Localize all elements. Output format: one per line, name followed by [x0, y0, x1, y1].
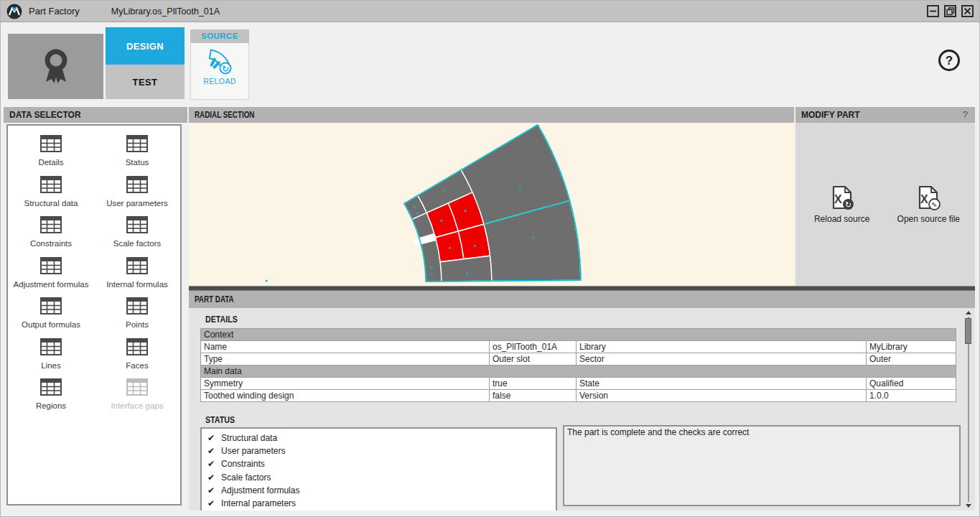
data-selector-item-constraints[interactable]: Constraints: [8, 210, 94, 251]
scrollbar-up-button[interactable]: [966, 311, 971, 315]
radial-section-drawing[interactable]: [189, 123, 794, 286]
reload-source-label: Reload source: [814, 214, 869, 224]
svg-text:X: X: [834, 193, 842, 205]
data-selector-item-label: Structural data: [24, 199, 78, 208]
details-value-cell: false: [490, 390, 577, 402]
table-icon: [40, 378, 62, 399]
status-heading: STATUS: [205, 414, 241, 425]
status-checklist: ✔Structural data✔User parameters✔Constra…: [200, 427, 557, 511]
open-source-file-label: Open source file: [897, 214, 960, 224]
table-icon: [40, 216, 62, 236]
scrollbar-track[interactable]: [968, 317, 969, 502]
part-data-scrollbar[interactable]: [963, 311, 974, 508]
open-source-file-button[interactable]: X ✎ Open source file: [888, 185, 969, 224]
details-row: SymmetrytrueStateQualified: [201, 378, 956, 390]
data-selector-item-label: User parameters: [106, 199, 168, 208]
reload-sector-icon: ↻: [205, 47, 234, 75]
svg-text:✎: ✎: [932, 200, 938, 208]
part-factory-window: Part Factory MyLibrary.os_PllTooth_01A: [0, 0, 980, 517]
table-icon: [126, 378, 148, 399]
data-selector-item-faces[interactable]: Faces: [94, 332, 180, 373]
modify-part-header: MODIFY PART ?: [795, 107, 975, 123]
details-value-cell: os_PllTooth_01A: [490, 341, 577, 353]
restore-button[interactable]: [944, 5, 956, 17]
reload-button-label: RELOAD: [203, 77, 236, 85]
details-label-cell: Type: [201, 353, 490, 365]
modify-part-panel: X ↻ Reload source X ✎ Open source file: [795, 123, 975, 286]
check-icon: ✔: [207, 472, 215, 483]
details-value-cell: 1.0.0: [867, 390, 956, 402]
data-selector-item-status[interactable]: Status: [94, 129, 180, 170]
status-check-item: ✔Internal parameters: [207, 497, 550, 510]
modify-part-help-icon[interactable]: ?: [963, 107, 968, 123]
details-heading: DETAILS: [205, 314, 245, 325]
data-selector-item-user-parameters[interactable]: User parameters: [94, 170, 180, 211]
mode-tabs: DESIGN TEST: [106, 27, 185, 99]
modify-part-title: MODIFY PART: [801, 110, 860, 120]
details-label-cell: Library: [577, 341, 867, 353]
details-section-label: Context: [201, 329, 956, 341]
check-icon: ✔: [207, 498, 215, 508]
data-selector-header: DATA SELECTOR: [4, 107, 187, 123]
close-button[interactable]: [961, 5, 974, 17]
data-selector-item-details[interactable]: Details: [8, 129, 94, 170]
radial-section-title: RADIAL SECTION: [195, 107, 254, 123]
data-selector-item-label: Regions: [36, 401, 66, 410]
scrollbar-thumb[interactable]: [965, 318, 971, 344]
help-button[interactable]: ?: [938, 50, 960, 71]
data-selector-item-label: Internal formulas: [106, 280, 168, 289]
data-selector-item-adjustment-formulas[interactable]: Adjustment formulas: [8, 251, 94, 292]
tab-design[interactable]: DESIGN: [106, 27, 185, 65]
data-selector-item-lines[interactable]: Lines: [8, 332, 94, 373]
table-icon: [126, 216, 148, 236]
data-selector-title: DATA SELECTOR: [9, 110, 81, 120]
status-check-item: ✔Constraints: [207, 457, 550, 470]
data-selector-item-interface-gaps: Interface gaps: [94, 373, 180, 414]
check-icon: ✔: [207, 459, 215, 469]
details-label-cell: State: [577, 378, 867, 390]
scrollbar-down-button[interactable]: [966, 504, 971, 508]
status-check-item: ✔Scale factors: [207, 471, 550, 484]
table-icon: [126, 176, 148, 196]
table-icon: [40, 176, 62, 196]
status-message-box: The part is complete and the checks are …: [563, 425, 961, 506]
svg-text:X: X: [920, 193, 928, 205]
tab-test[interactable]: TEST: [106, 65, 185, 99]
data-selector-item-label: Status: [126, 158, 149, 167]
app-title: Part Factory: [29, 6, 80, 17]
reload-button[interactable]: ↻ RELOAD: [190, 43, 249, 100]
details-label-cell: Symmetry: [201, 378, 490, 390]
data-selector-item-regions[interactable]: Regions: [8, 373, 94, 414]
table-icon: [40, 297, 62, 317]
data-selector-grid: Details Status Structural data User para…: [6, 124, 182, 506]
status-message: The part is complete and the checks are …: [567, 427, 749, 437]
check-icon: ✔: [207, 433, 215, 443]
data-selector-item-points[interactable]: Points: [94, 292, 180, 332]
table-icon: [40, 135, 62, 155]
qualification-panel[interactable]: [8, 34, 103, 99]
reload-source-button[interactable]: X ↻ Reload source: [802, 185, 882, 224]
data-selector-item-label: Constraints: [30, 239, 72, 248]
minimize-button[interactable]: [927, 5, 939, 17]
table-icon: [40, 257, 62, 277]
details-value-cell: Outer slot: [490, 353, 577, 365]
table-icon: [126, 257, 148, 277]
data-selector-item-structural-data[interactable]: Structural data: [8, 170, 94, 211]
radial-section-canvas[interactable]: [189, 123, 794, 286]
table-icon: [40, 338, 62, 358]
part-data-header: PART DATA: [189, 291, 975, 308]
data-selector-item-label: Adjustment formulas: [14, 280, 89, 289]
details-table: ContextNameos_PllTooth_01ALibraryMyLibra…: [200, 328, 956, 402]
data-selector-item-internal-formulas[interactable]: Internal formulas: [94, 251, 180, 292]
data-selector-item-label: Output formulas: [22, 320, 80, 329]
details-label-cell: Toothed winding design: [201, 390, 490, 402]
source-group-label: SOURCE: [190, 29, 249, 43]
table-icon: [126, 135, 148, 155]
data-selector-item-output-formulas[interactable]: Output formulas: [8, 292, 94, 332]
check-icon: ✔: [207, 485, 215, 495]
minimize-icon: [929, 7, 937, 15]
data-selector-item-scale-factors[interactable]: Scale factors: [94, 210, 180, 251]
table-icon: [126, 297, 148, 317]
horizontal-splitter[interactable]: [189, 286, 975, 291]
details-section-label: Main data: [201, 365, 956, 378]
